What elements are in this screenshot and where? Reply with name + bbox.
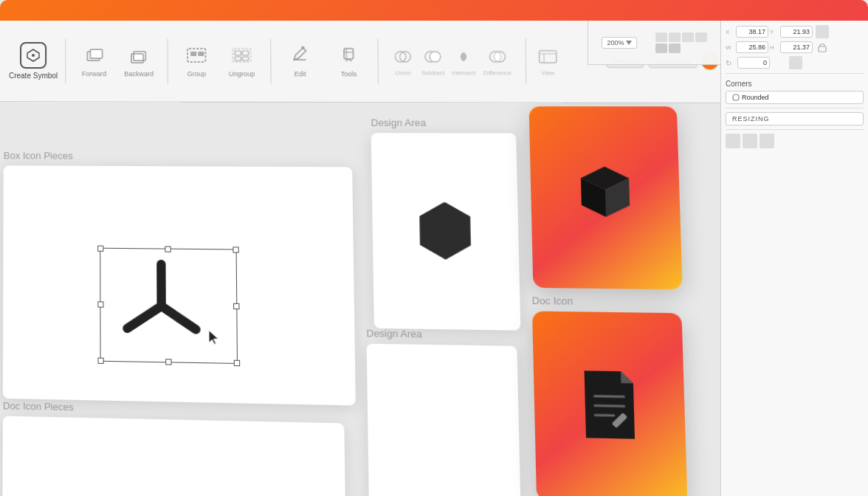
svg-point-1 [32,53,35,56]
panel-icons-row [726,134,864,148]
zoom-display[interactable]: 200% [602,37,636,49]
nav-icons-row1 [655,32,707,42]
hexagon-shape [415,202,475,260]
difference-button[interactable]: Difference [483,46,512,76]
box-icon-wrapper: Box Icon [528,102,683,289]
arrange-group: Forward Backward [72,35,161,87]
rounded-label: Rounded [742,94,769,101]
lock-icon [816,25,829,38]
separator-2 [168,38,168,83]
svg-rect-11 [242,50,248,55]
nav-icon-6 [669,44,681,53]
doc-icon-label: Doc Icon [531,294,681,309]
union-button[interactable]: Union [392,46,413,76]
selection-box [100,247,238,363]
box-icon-pieces-label: Box Icon Pieces [4,150,352,162]
create-symbol-button[interactable]: Create Symbol [7,27,59,94]
w-tag: W [726,44,734,51]
design-area-1-card[interactable] [371,133,521,331]
doc-icon-pieces-wrapper: Doc Icon Pieces [2,400,346,496]
separator-5 [525,38,526,83]
canvas-background: Box Icon Pieces [0,102,776,496]
tools-button[interactable]: Tools [326,35,372,87]
box-3d-icon [559,154,650,240]
resizing-button[interactable]: RESIZING [726,112,864,125]
backward-label: Backward [124,70,154,78]
ungroup-button[interactable]: Ungroup [219,35,265,87]
y-tag: Y [770,29,779,35]
nav-icon-1 [655,32,667,42]
subtract-button[interactable]: Subtract [421,46,444,76]
group-section: Group Ungroup [174,35,265,87]
group-button[interactable]: Group [174,35,219,87]
svg-rect-12 [235,56,241,60]
wh-row: W H [726,41,864,54]
view-button[interactable]: View [532,46,564,76]
design-area-2-card[interactable] [367,344,521,496]
properties-panel: X Y W H ↻ Corners Rounded RESIZING [720,21,868,496]
h-tag: H [770,44,779,51]
separator-4 [377,38,379,83]
union-icon [392,46,413,67]
cursor-icon [207,328,221,348]
panel-icon-1 [726,134,740,148]
svg-point-22 [430,51,441,61]
svg-line-32 [127,306,161,329]
handle-bm[interactable] [165,359,171,365]
rotation-input[interactable] [737,57,770,69]
svg-rect-16 [344,48,353,58]
w-input[interactable] [736,41,768,53]
tools-icon [338,44,359,69]
separator-1 [65,38,66,83]
handle-mr[interactable] [233,303,239,309]
backward-icon [128,44,149,68]
intersect-button[interactable]: Intersect [452,46,475,76]
rounded-button[interactable]: Rounded [726,91,864,104]
x-tag: X [726,29,734,35]
handle-br[interactable] [234,359,240,365]
design-area-2-label: Design Area [366,328,517,342]
handle-bl[interactable] [97,357,103,363]
zoom-value: 200% [607,39,624,46]
svg-rect-30 [733,94,739,100]
x-input[interactable] [736,26,768,38]
handle-tr[interactable] [232,247,238,252]
tools-label: Tools [341,70,357,78]
design-area-1-label: Design Area [371,117,516,129]
difference-icon [486,46,509,67]
handle-tl[interactable] [97,245,103,251]
box-icon-pieces-card[interactable] [3,165,356,405]
edit-icon [289,44,311,68]
star-shape-svg [111,256,211,341]
svg-line-35 [594,406,624,407]
backward-button[interactable]: Backward [117,35,162,87]
ungroup-label: Ungroup [229,70,255,78]
svg-line-36 [595,415,613,416]
title-bar [0,0,868,21]
nav-icon-4 [695,32,707,42]
svg-line-33 [161,306,196,329]
box-icon-card[interactable] [529,106,683,289]
view-icon [537,46,559,67]
y-input[interactable] [780,26,813,38]
panel-icon-3 [760,134,774,148]
forward-button[interactable]: Forward [72,35,117,86]
doc-icon-pieces-card[interactable] [2,416,346,496]
zoom-controls: 200% [588,21,720,65]
svg-rect-7 [190,51,196,55]
svg-rect-25 [539,50,556,62]
nav-icon-3 [682,32,694,42]
nav-icon-2 [669,32,681,42]
handle-ml[interactable] [97,301,103,307]
box-icon-pieces-wrapper: Box Icon Pieces [3,150,356,405]
doc-icon-wrapper: Doc Icon [531,294,687,496]
handle-tm[interactable] [165,246,170,252]
doc-icon-svg [568,362,651,451]
doc-icon-card[interactable] [532,311,688,496]
h-input[interactable] [780,41,813,53]
edit-button[interactable]: Edit [277,35,323,87]
forward-icon [83,44,104,68]
svg-rect-8 [198,51,204,55]
difference-label: Difference [483,69,512,76]
rotation-row: ↻ [726,56,864,69]
